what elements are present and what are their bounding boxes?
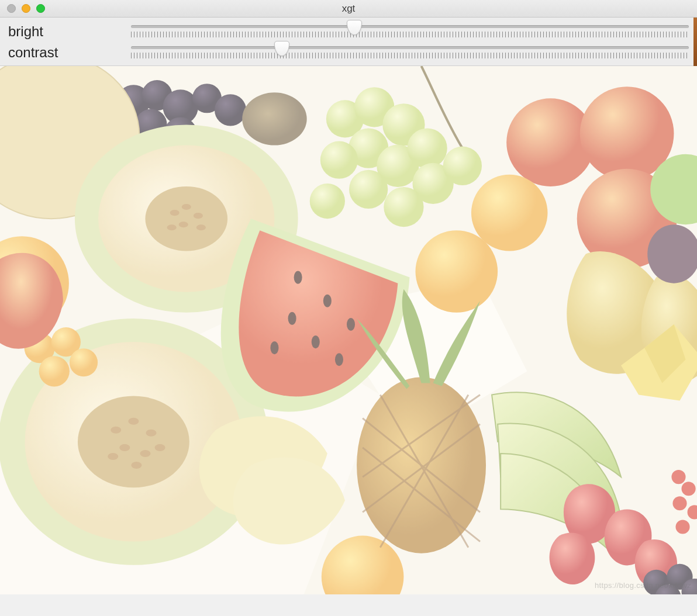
svg-point-72 [675,520,689,534]
contrast-slider-track[interactable] [131,46,689,49]
traffic-lights [0,4,45,13]
svg-point-61 [347,318,355,331]
minimize-window-icon[interactable] [22,4,30,13]
svg-point-40 [179,222,188,227]
svg-point-49 [119,444,130,451]
contrast-slider[interactable] [131,44,689,58]
svg-point-12 [242,92,306,145]
svg-point-64 [335,353,343,366]
close-window-icon[interactable] [7,4,16,13]
svg-point-29 [471,175,548,251]
svg-point-22 [349,170,388,209]
svg-point-60 [288,312,296,325]
svg-point-31 [416,230,498,313]
bright-slider[interactable] [131,23,689,37]
svg-point-7 [215,94,246,126]
maximize-window-icon[interactable] [36,4,45,13]
contrast-label: contrast [8,44,131,61]
image-display-area: https://blog.csdn.net/xddwz [0,66,697,594]
svg-point-19 [407,128,447,168]
svg-point-50 [140,450,150,457]
contrast-control-row: contrast [8,44,689,61]
controls-panel: bright contrast [0,18,697,66]
svg-point-24 [310,184,345,219]
svg-point-62 [312,335,320,348]
svg-point-51 [108,453,118,460]
svg-point-47 [128,418,139,425]
bright-control-row: bright [8,23,689,40]
bright-label: bright [8,23,131,40]
svg-point-68 [671,470,685,484]
svg-point-52 [155,444,165,451]
svg-point-45 [78,396,189,487]
svg-point-38 [182,204,191,210]
svg-point-59 [323,295,332,307]
fruit-image [0,66,697,594]
svg-point-58 [294,271,302,284]
bright-slider-ticks [131,32,689,37]
window-title: xgt [0,3,697,15]
svg-point-17 [320,141,358,179]
svg-point-21 [443,147,482,185]
svg-point-23 [384,187,423,227]
contrast-slider-ticks [131,53,689,58]
svg-point-48 [146,430,156,437]
svg-point-57 [70,348,98,376]
svg-point-63 [270,341,278,354]
svg-point-70 [672,496,686,510]
svg-point-37 [170,210,180,216]
svg-point-69 [682,482,696,496]
svg-point-53 [131,462,142,469]
window-titlebar: xgt [0,0,697,18]
svg-point-42 [196,224,206,230]
svg-point-36 [145,186,227,251]
svg-point-56 [39,356,70,386]
bright-slider-track[interactable] [131,25,689,28]
svg-point-41 [167,224,177,230]
svg-point-46 [111,427,121,434]
svg-point-39 [194,213,203,219]
